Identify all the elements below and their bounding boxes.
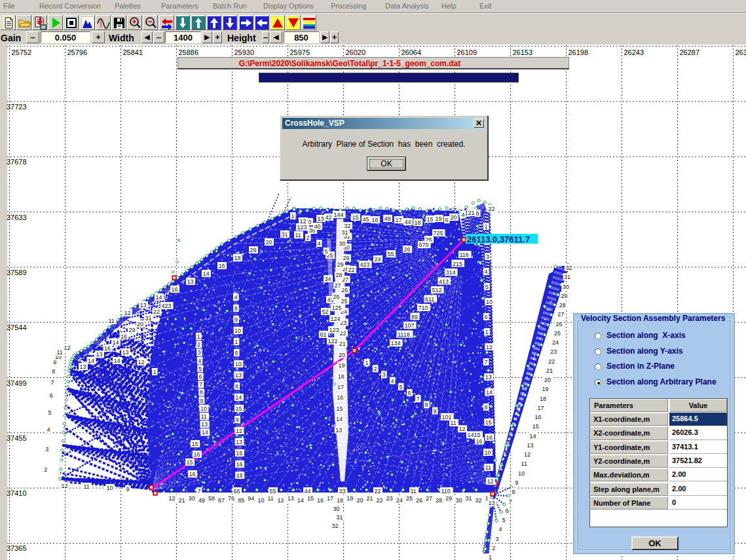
svg-text:22: 22 <box>548 358 555 365</box>
svg-text:52: 52 <box>322 308 329 315</box>
svg-text:22: 22 <box>153 308 160 315</box>
svg-text:32: 32 <box>345 223 351 229</box>
svg-text:29: 29 <box>250 247 257 253</box>
svg-text:20: 20 <box>266 239 272 246</box>
svg-text:22: 22 <box>489 206 495 212</box>
svg-text:48: 48 <box>384 215 391 222</box>
svg-text:5: 5 <box>198 365 202 372</box>
svg-text:4: 4 <box>499 526 502 532</box>
svg-text:20: 20 <box>339 352 345 358</box>
svg-text:18: 18 <box>540 396 546 402</box>
svg-text:14: 14 <box>113 339 119 346</box>
svg-text:16: 16 <box>535 414 542 420</box>
svg-text:9: 9 <box>515 479 518 486</box>
svg-text:12: 12 <box>300 218 307 225</box>
svg-text:20: 20 <box>544 377 551 383</box>
svg-text:123: 123 <box>329 327 339 333</box>
svg-text:9: 9 <box>126 486 130 493</box>
svg-text:30: 30 <box>563 284 569 290</box>
svg-text:16: 16 <box>476 438 483 445</box>
svg-text:15: 15 <box>337 405 343 412</box>
svg-text:17: 17 <box>396 217 402 223</box>
svg-text:24: 24 <box>375 256 381 263</box>
svg-text:12: 12 <box>124 310 131 316</box>
svg-text:34: 34 <box>325 276 331 282</box>
svg-text:14: 14 <box>203 271 210 277</box>
svg-text:29: 29 <box>129 327 136 333</box>
svg-text:124: 124 <box>331 316 341 322</box>
svg-text:16: 16 <box>317 497 324 504</box>
svg-text:512: 512 <box>432 287 442 293</box>
svg-text:413: 413 <box>439 278 449 285</box>
svg-text:37633: 37633 <box>7 214 27 221</box>
svg-text:16: 16 <box>372 217 379 223</box>
svg-text:19: 19 <box>338 362 345 369</box>
svg-text:10: 10 <box>518 470 525 477</box>
svg-text:11: 11 <box>521 460 527 467</box>
svg-text:31: 31 <box>282 231 288 238</box>
svg-text:30: 30 <box>455 497 462 504</box>
svg-text:9: 9 <box>234 316 238 323</box>
svg-text:1: 1 <box>489 554 492 560</box>
svg-text:31: 31 <box>337 514 343 521</box>
svg-text:26: 26 <box>333 293 340 300</box>
svg-text:23: 23 <box>550 348 557 355</box>
svg-text:11: 11 <box>109 318 115 324</box>
svg-text:134: 134 <box>391 340 401 346</box>
svg-text:215: 215 <box>453 261 462 267</box>
svg-text:55: 55 <box>270 488 276 495</box>
svg-text:26198: 26198 <box>569 48 589 56</box>
svg-text:2: 2 <box>307 234 310 241</box>
svg-text:22: 22 <box>377 497 383 504</box>
svg-text:14: 14 <box>114 358 121 364</box>
svg-text:94: 94 <box>248 495 254 502</box>
svg-text:4: 4 <box>462 212 465 218</box>
svg-text:13: 13 <box>140 302 147 308</box>
svg-text:55: 55 <box>388 251 394 257</box>
svg-text:15: 15 <box>532 423 539 430</box>
svg-text:21: 21 <box>367 495 373 502</box>
svg-text:3: 3 <box>486 253 489 260</box>
svg-text:12: 12 <box>486 344 493 350</box>
svg-text:37455: 37455 <box>7 434 27 442</box>
svg-text:20: 20 <box>356 497 363 504</box>
svg-text:5: 5 <box>48 409 52 416</box>
svg-text:17: 17 <box>337 384 344 390</box>
svg-text:18: 18 <box>415 219 421 226</box>
svg-text:29: 29 <box>343 255 349 261</box>
svg-text:16: 16 <box>219 263 225 269</box>
svg-text:2: 2 <box>374 365 377 372</box>
svg-text:26243: 26243 <box>624 48 644 56</box>
svg-text:7: 7 <box>509 498 512 505</box>
svg-text:15: 15 <box>236 450 242 457</box>
svg-text:14: 14 <box>156 294 162 301</box>
svg-text:49: 49 <box>198 497 205 504</box>
svg-text:6: 6 <box>50 392 53 399</box>
svg-text:7: 7 <box>485 359 488 365</box>
svg-text:25975: 25975 <box>290 48 310 56</box>
svg-text:16: 16 <box>236 472 243 479</box>
svg-text:17: 17 <box>327 495 333 502</box>
svg-text:16: 16 <box>104 345 111 352</box>
svg-text:20: 20 <box>451 214 457 221</box>
svg-text:37410: 37410 <box>7 489 27 497</box>
svg-text:21: 21 <box>546 367 553 374</box>
svg-text:14: 14 <box>336 416 343 422</box>
svg-text:10: 10 <box>200 405 207 412</box>
svg-text:21: 21 <box>468 210 475 216</box>
svg-text:12: 12 <box>278 497 284 504</box>
svg-text:26: 26 <box>416 497 422 504</box>
svg-text:5: 5 <box>502 517 506 523</box>
svg-text:3: 3 <box>496 536 499 542</box>
svg-text:21: 21 <box>179 497 185 504</box>
svg-text:12: 12 <box>138 359 145 365</box>
svg-text:12: 12 <box>62 483 68 489</box>
svg-text:67: 67 <box>218 497 225 504</box>
svg-text:11: 11 <box>411 488 417 495</box>
svg-text:16: 16 <box>486 434 493 441</box>
svg-text:1: 1 <box>153 369 157 375</box>
svg-text:13: 13 <box>122 349 129 356</box>
svg-text:22: 22 <box>375 488 381 495</box>
svg-text:7: 7 <box>51 379 54 386</box>
svg-text:1118: 1118 <box>398 331 410 338</box>
